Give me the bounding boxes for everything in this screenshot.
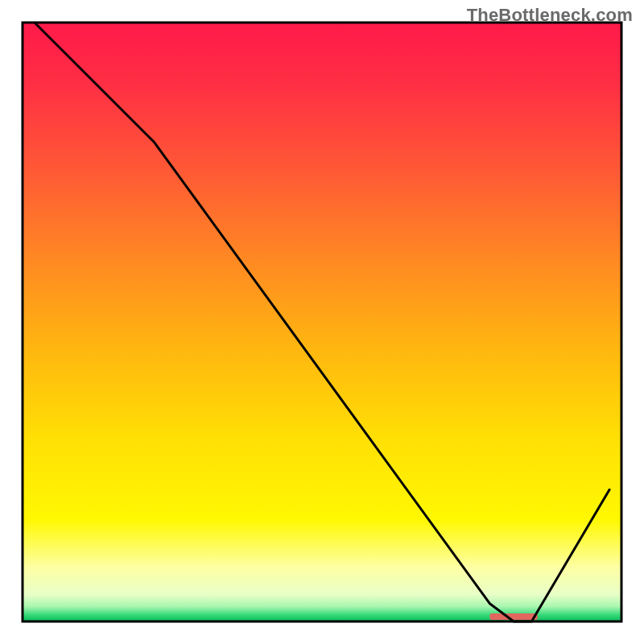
bottleneck-curve-chart xyxy=(0,0,644,644)
plot-background xyxy=(23,23,621,621)
minimum-highlight-bar xyxy=(489,613,538,620)
watermark-text: TheBottleneck.com xyxy=(467,5,633,26)
chart-container: TheBottleneck.com xyxy=(0,0,644,644)
